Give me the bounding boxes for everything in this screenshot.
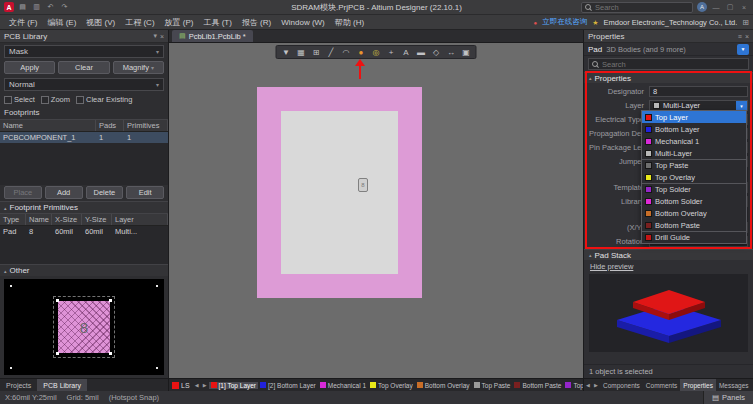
minimize-button[interactable]: —: [711, 4, 721, 11]
footprint-preview[interactable]: 8: [4, 279, 164, 375]
table-row[interactable]: Pad 8 60mil 60mil Multi...: [0, 226, 168, 237]
panel-menu-icon[interactable]: [738, 33, 742, 40]
column-pads[interactable]: Pads: [96, 120, 124, 131]
menu-tools[interactable]: 工具 (T): [198, 17, 236, 28]
board-icon[interactable]: ▦: [295, 47, 308, 58]
properties-search-input[interactable]: [602, 60, 745, 69]
cursor-pad[interactable]: 8: [358, 178, 368, 192]
scroll-right-icon[interactable]: [201, 382, 209, 388]
layer-tab-top-overlay[interactable]: Top Overlay: [368, 382, 415, 389]
other-section[interactable]: Other: [0, 264, 168, 276]
string-icon[interactable]: A: [400, 47, 413, 58]
layer-tab-top-layer[interactable]: [1] Top Layer: [209, 382, 258, 389]
magnify-button[interactable]: Magnify: [113, 61, 164, 74]
footprints-table[interactable]: PCBCOMPONENT_1 1 1: [0, 132, 168, 185]
column-y-size[interactable]: Y-Size: [82, 214, 112, 225]
layer-option-mechanical-1[interactable]: Mechanical 1: [642, 135, 746, 147]
layer-set-selector[interactable]: LS: [169, 382, 193, 389]
place-button[interactable]: Place: [4, 186, 42, 199]
layer-tab-bottom-paste[interactable]: Bottom Paste: [512, 382, 563, 389]
redo-icon[interactable]: [59, 2, 70, 13]
column-name[interactable]: Name: [26, 214, 52, 225]
table-row[interactable]: PCBCOMPONENT_1 1 1: [0, 132, 168, 143]
tab-messages[interactable]: Messages: [716, 379, 752, 391]
tab-properties[interactable]: Properties: [680, 379, 716, 391]
pad-icon[interactable]: ●: [355, 47, 368, 58]
column-type[interactable]: Type: [0, 214, 26, 225]
menu-help[interactable]: 帮助 (H): [330, 17, 369, 28]
notification-icon[interactable]: [534, 18, 538, 27]
column-name[interactable]: Name: [0, 120, 96, 131]
properties-search[interactable]: [588, 58, 749, 70]
tab-pcb-library[interactable]: PCB Library: [37, 379, 87, 391]
view-mode-dropdown[interactable]: Normal: [4, 78, 164, 91]
layer-tab-mechanical-1[interactable]: Mechanical 1: [318, 382, 368, 389]
layer-tab-top-paste[interactable]: Top Paste: [472, 382, 513, 389]
region-icon[interactable]: ◇: [430, 47, 443, 58]
layer-option-bottom-solder[interactable]: Bottom Solder: [642, 195, 746, 207]
menu-edit[interactable]: 编辑 (E): [42, 17, 81, 28]
close-button[interactable]: ×: [739, 4, 749, 11]
filter-icon[interactable]: ▼: [280, 47, 293, 58]
arc-icon[interactable]: ◠: [340, 47, 353, 58]
menu-reports[interactable]: 报告 (R): [237, 17, 276, 28]
fill-icon[interactable]: ▬: [415, 47, 428, 58]
menu-view[interactable]: 视图 (V): [81, 17, 120, 28]
dimension-icon[interactable]: ↔: [445, 47, 458, 58]
clear-existing-checkbox[interactable]: Clear Existing: [76, 95, 132, 104]
open-icon[interactable]: [17, 2, 28, 13]
layer-option-multi-layer[interactable]: Multi-Layer: [642, 147, 746, 159]
select-checkbox[interactable]: Select: [4, 95, 35, 104]
designator-field[interactable]: 8: [649, 86, 748, 97]
panel-close-icon[interactable]: [160, 33, 164, 40]
layer-option-top-layer[interactable]: Top Layer: [642, 111, 746, 123]
pcb-canvas[interactable]: ▼ ▦ ⊞ ╱ ◠ ● ◎ + A ▬ ◇ ↔ ▣: [169, 43, 583, 378]
menu-project[interactable]: 工程 (C): [120, 17, 159, 28]
global-search-input[interactable]: [595, 3, 689, 12]
chevron-down-icon[interactable]: [736, 101, 747, 110]
panels-button[interactable]: Panels: [703, 391, 753, 404]
component-icon[interactable]: ▣: [460, 47, 473, 58]
menu-window[interactable]: Window (W): [276, 18, 330, 27]
global-search[interactable]: [581, 2, 693, 13]
save-icon[interactable]: [31, 2, 42, 13]
mask-dropdown[interactable]: Mask: [4, 45, 164, 58]
document-tab-pcblib[interactable]: PcbLib1.PcbLib *: [172, 30, 253, 42]
layer-tab-bottom-overlay[interactable]: Bottom Overlay: [415, 382, 472, 389]
scroll-left-icon[interactable]: [584, 382, 592, 388]
via-icon[interactable]: ◎: [370, 47, 383, 58]
menu-file[interactable]: 文件 (F): [4, 17, 42, 28]
user-avatar[interactable]: A: [697, 2, 707, 12]
clear-button[interactable]: Clear: [58, 61, 109, 74]
scope-filter-link[interactable]: 3D Bodies (and 9 more): [606, 45, 733, 54]
grid-icon[interactable]: ⊞: [310, 47, 323, 58]
hide-preview-link[interactable]: Hide preview: [584, 260, 753, 272]
promo-link[interactable]: 立即在线咨询: [542, 17, 587, 27]
zoom-checkbox[interactable]: Zoom: [41, 95, 70, 104]
menu-place[interactable]: 放置 (P): [160, 17, 199, 28]
properties-section-header[interactable]: Properties: [584, 72, 753, 83]
layer-tab-top-solder[interactable]: Top Solder: [563, 382, 583, 389]
column-x-size[interactable]: X-Size: [52, 214, 82, 225]
column-primitives[interactable]: Primitives: [124, 120, 168, 131]
column-layer[interactable]: Layer: [112, 214, 168, 225]
panel-menu-icon[interactable]: [153, 32, 157, 40]
delete-button[interactable]: Delete: [86, 186, 124, 199]
filter-icon[interactable]: [737, 44, 749, 55]
apps-grid-icon[interactable]: [742, 18, 749, 27]
undo-icon[interactable]: [45, 2, 56, 13]
layer-option-bottom-overlay[interactable]: Bottom Overlay: [642, 207, 746, 219]
favorites-icon[interactable]: [592, 18, 598, 27]
scroll-right-icon[interactable]: [592, 382, 600, 388]
apply-button[interactable]: Apply: [4, 61, 55, 74]
pad-object[interactable]: [257, 87, 422, 298]
layer-tab-bottom-layer[interactable]: [2] Bottom Layer: [258, 382, 318, 389]
layer-option-top-paste[interactable]: Top Paste: [642, 159, 746, 171]
layer-option-bottom-paste[interactable]: Bottom Paste: [642, 219, 746, 231]
scroll-left-icon[interactable]: [193, 382, 201, 388]
tab-comments[interactable]: Comments: [643, 379, 680, 391]
layer-option-top-overlay[interactable]: Top Overlay: [642, 171, 746, 183]
add-button[interactable]: Add: [45, 186, 83, 199]
layer-option-drill-guide[interactable]: Drill Guide: [642, 231, 746, 243]
footprint-primitives-section[interactable]: Footprint Primitives: [0, 201, 168, 213]
